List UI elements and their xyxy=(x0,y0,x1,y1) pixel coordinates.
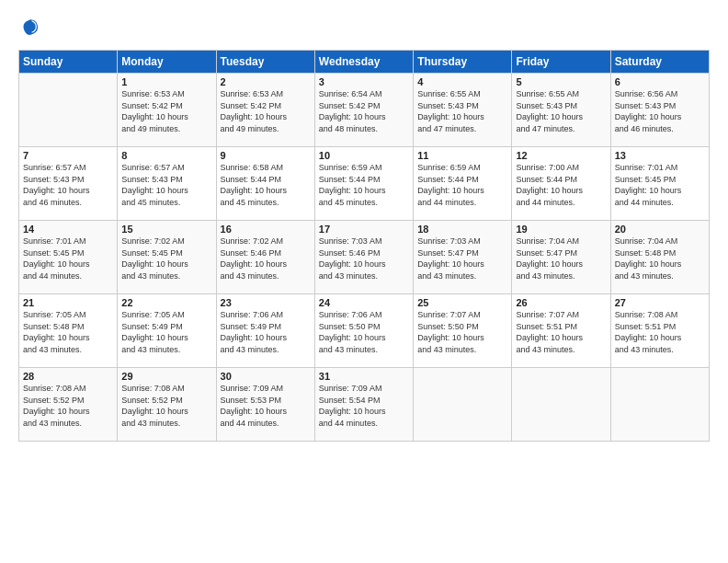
day-cell: 27Sunrise: 7:08 AMSunset: 5:51 PMDayligh… xyxy=(610,294,709,368)
weekday-header-saturday: Saturday xyxy=(610,51,709,74)
day-cell: 2Sunrise: 6:53 AMSunset: 5:42 PMDaylight… xyxy=(216,74,314,147)
day-info: Sunrise: 6:57 AMSunset: 5:43 PMDaylight:… xyxy=(23,162,113,208)
day-cell: 9Sunrise: 6:58 AMSunset: 5:44 PMDaylight… xyxy=(216,147,314,221)
day-number: 27 xyxy=(615,297,705,308)
day-number: 8 xyxy=(121,150,211,161)
day-cell xyxy=(512,368,610,442)
week-row-4: 28Sunrise: 7:08 AMSunset: 5:52 PMDayligh… xyxy=(19,368,710,442)
weekday-header-monday: Monday xyxy=(118,51,216,74)
day-info: Sunrise: 7:05 AMSunset: 5:49 PMDaylight:… xyxy=(121,309,211,355)
day-info: Sunrise: 7:08 AMSunset: 5:52 PMDaylight:… xyxy=(23,383,113,429)
weekday-header-thursday: Thursday xyxy=(414,51,512,74)
page: SundayMondayTuesdayWednesdayThursdayFrid… xyxy=(0,0,728,563)
day-info: Sunrise: 7:07 AMSunset: 5:50 PMDaylight:… xyxy=(417,309,507,355)
logo xyxy=(18,17,42,40)
day-info: Sunrise: 6:53 AMSunset: 5:42 PMDaylight:… xyxy=(121,88,211,134)
day-info: Sunrise: 7:03 AMSunset: 5:46 PMDaylight:… xyxy=(319,236,409,282)
day-number: 30 xyxy=(221,371,311,382)
day-info: Sunrise: 7:05 AMSunset: 5:48 PMDaylight:… xyxy=(23,309,113,355)
day-number: 25 xyxy=(417,297,507,308)
day-cell: 8Sunrise: 6:57 AMSunset: 5:43 PMDaylight… xyxy=(118,147,216,221)
day-info: Sunrise: 7:00 AMSunset: 5:44 PMDaylight:… xyxy=(516,162,606,208)
day-info: Sunrise: 6:57 AMSunset: 5:43 PMDaylight:… xyxy=(121,162,211,208)
day-number: 26 xyxy=(516,297,606,308)
day-info: Sunrise: 6:53 AMSunset: 5:42 PMDaylight:… xyxy=(221,88,311,134)
day-number: 20 xyxy=(615,224,705,235)
week-row-2: 14Sunrise: 7:01 AMSunset: 5:45 PMDayligh… xyxy=(19,221,710,294)
day-cell: 14Sunrise: 7:01 AMSunset: 5:45 PMDayligh… xyxy=(19,221,118,294)
day-number: 28 xyxy=(23,371,113,382)
day-info: Sunrise: 7:04 AMSunset: 5:47 PMDaylight:… xyxy=(516,236,606,282)
day-number: 24 xyxy=(319,297,409,308)
day-number: 9 xyxy=(221,150,311,161)
day-number: 18 xyxy=(417,224,507,235)
day-number: 12 xyxy=(516,150,606,161)
day-cell: 4Sunrise: 6:55 AMSunset: 5:43 PMDaylight… xyxy=(414,74,512,147)
day-info: Sunrise: 7:06 AMSunset: 5:49 PMDaylight:… xyxy=(221,309,311,355)
day-cell: 3Sunrise: 6:54 AMSunset: 5:42 PMDaylight… xyxy=(314,74,413,147)
day-number: 10 xyxy=(319,150,409,161)
day-info: Sunrise: 7:02 AMSunset: 5:46 PMDaylight:… xyxy=(221,236,311,282)
day-info: Sunrise: 7:02 AMSunset: 5:45 PMDaylight:… xyxy=(121,236,211,282)
day-cell: 19Sunrise: 7:04 AMSunset: 5:47 PMDayligh… xyxy=(512,221,610,294)
day-number: 14 xyxy=(23,224,113,235)
day-number: 22 xyxy=(121,297,211,308)
header xyxy=(18,17,710,40)
day-cell: 21Sunrise: 7:05 AMSunset: 5:48 PMDayligh… xyxy=(19,294,118,368)
day-cell: 1Sunrise: 6:53 AMSunset: 5:42 PMDaylight… xyxy=(118,74,216,147)
day-cell: 26Sunrise: 7:07 AMSunset: 5:51 PMDayligh… xyxy=(512,294,610,368)
weekday-header-tuesday: Tuesday xyxy=(216,51,314,74)
weekday-header-row: SundayMondayTuesdayWednesdayThursdayFrid… xyxy=(19,51,710,74)
day-cell: 22Sunrise: 7:05 AMSunset: 5:49 PMDayligh… xyxy=(118,294,216,368)
week-row-1: 7Sunrise: 6:57 AMSunset: 5:43 PMDaylight… xyxy=(19,147,710,221)
day-cell: 5Sunrise: 6:55 AMSunset: 5:43 PMDaylight… xyxy=(512,74,610,147)
day-cell: 24Sunrise: 7:06 AMSunset: 5:50 PMDayligh… xyxy=(314,294,413,368)
week-row-0: 1Sunrise: 6:53 AMSunset: 5:42 PMDaylight… xyxy=(19,74,710,147)
day-number: 5 xyxy=(516,76,606,87)
day-info: Sunrise: 6:55 AMSunset: 5:43 PMDaylight:… xyxy=(417,88,507,134)
day-number: 3 xyxy=(319,76,409,87)
day-cell xyxy=(19,74,118,147)
day-number: 31 xyxy=(319,371,409,382)
day-info: Sunrise: 7:04 AMSunset: 5:48 PMDaylight:… xyxy=(615,236,705,282)
day-info: Sunrise: 7:09 AMSunset: 5:54 PMDaylight:… xyxy=(319,383,409,429)
day-info: Sunrise: 7:08 AMSunset: 5:52 PMDaylight:… xyxy=(121,383,211,429)
day-number: 7 xyxy=(23,150,113,161)
day-info: Sunrise: 7:06 AMSunset: 5:50 PMDaylight:… xyxy=(319,309,409,355)
weekday-header-wednesday: Wednesday xyxy=(314,51,413,74)
day-info: Sunrise: 7:08 AMSunset: 5:51 PMDaylight:… xyxy=(615,309,705,355)
day-cell: 30Sunrise: 7:09 AMSunset: 5:53 PMDayligh… xyxy=(216,368,314,442)
day-info: Sunrise: 7:07 AMSunset: 5:51 PMDaylight:… xyxy=(516,309,606,355)
calendar-body: 1Sunrise: 6:53 AMSunset: 5:42 PMDaylight… xyxy=(19,74,710,442)
day-cell: 18Sunrise: 7:03 AMSunset: 5:47 PMDayligh… xyxy=(414,221,512,294)
day-info: Sunrise: 6:59 AMSunset: 5:44 PMDaylight:… xyxy=(417,162,507,208)
day-cell xyxy=(610,368,709,442)
day-number: 17 xyxy=(319,224,409,235)
day-info: Sunrise: 6:58 AMSunset: 5:44 PMDaylight:… xyxy=(221,162,311,208)
day-number: 21 xyxy=(23,297,113,308)
day-number: 29 xyxy=(121,371,211,382)
day-info: Sunrise: 6:55 AMSunset: 5:43 PMDaylight:… xyxy=(516,88,606,134)
calendar-table: SundayMondayTuesdayWednesdayThursdayFrid… xyxy=(18,50,710,442)
day-number: 23 xyxy=(221,297,311,308)
day-cell: 13Sunrise: 7:01 AMSunset: 5:45 PMDayligh… xyxy=(610,147,709,221)
day-cell: 25Sunrise: 7:07 AMSunset: 5:50 PMDayligh… xyxy=(414,294,512,368)
day-cell: 15Sunrise: 7:02 AMSunset: 5:45 PMDayligh… xyxy=(118,221,216,294)
day-number: 2 xyxy=(221,76,311,87)
day-cell: 17Sunrise: 7:03 AMSunset: 5:46 PMDayligh… xyxy=(314,221,413,294)
day-number: 1 xyxy=(121,76,211,87)
day-cell xyxy=(414,368,512,442)
day-cell: 23Sunrise: 7:06 AMSunset: 5:49 PMDayligh… xyxy=(216,294,314,368)
day-number: 6 xyxy=(615,76,705,87)
day-number: 16 xyxy=(221,224,311,235)
day-info: Sunrise: 6:59 AMSunset: 5:44 PMDaylight:… xyxy=(319,162,409,208)
day-cell: 28Sunrise: 7:08 AMSunset: 5:52 PMDayligh… xyxy=(19,368,118,442)
day-cell: 16Sunrise: 7:02 AMSunset: 5:46 PMDayligh… xyxy=(216,221,314,294)
day-cell: 11Sunrise: 6:59 AMSunset: 5:44 PMDayligh… xyxy=(414,147,512,221)
day-number: 11 xyxy=(417,150,507,161)
day-cell: 12Sunrise: 7:00 AMSunset: 5:44 PMDayligh… xyxy=(512,147,610,221)
day-info: Sunrise: 7:09 AMSunset: 5:53 PMDaylight:… xyxy=(221,383,311,429)
day-cell: 29Sunrise: 7:08 AMSunset: 5:52 PMDayligh… xyxy=(118,368,216,442)
week-row-3: 21Sunrise: 7:05 AMSunset: 5:48 PMDayligh… xyxy=(19,294,710,368)
day-number: 19 xyxy=(516,224,606,235)
